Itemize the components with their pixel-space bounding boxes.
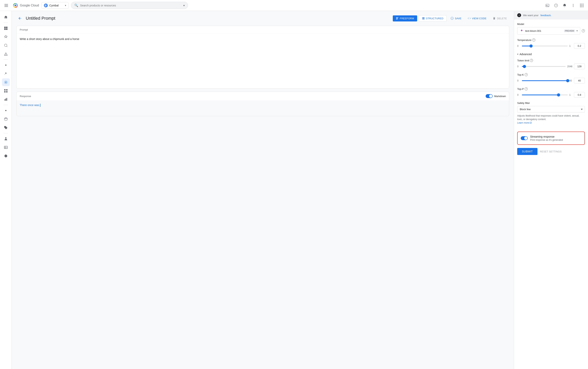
sidebar-item-settings[interactable] <box>2 152 10 160</box>
svg-rect-18 <box>4 89 5 91</box>
sidebar-item-dot1[interactable] <box>2 61 10 69</box>
sidebar-item-sparkle[interactable] <box>2 70 10 78</box>
svg-point-15 <box>4 44 7 47</box>
top-k-slider-row: 0 40 40 <box>517 78 585 83</box>
info-icon: i <box>517 13 521 17</box>
sidebar-item-home[interactable] <box>2 13 10 21</box>
temperature-help-button[interactable]: ? <box>532 38 535 41</box>
sidebar-item-person[interactable] <box>2 135 10 143</box>
response-card: Response Markdown There once was <box>16 92 509 116</box>
safety-filter-select[interactable]: Block none Block few Block some Block mo… <box>517 106 585 113</box>
sidebar-item-table[interactable] <box>2 144 10 151</box>
structured-button[interactable]: STRUCTURED <box>419 15 447 22</box>
panel-content: Model text-bison-001 PREVIEW ▾ ? Tempera… <box>514 20 588 132</box>
svg-rect-20 <box>4 91 5 92</box>
svg-rect-30 <box>396 17 399 18</box>
sidebar-item-dot2[interactable] <box>2 107 10 114</box>
svg-point-2 <box>45 4 46 5</box>
svg-rect-22 <box>4 99 5 101</box>
temperature-value[interactable]: 0.2 <box>574 43 585 49</box>
sidebar-item-tag[interactable] <box>2 124 10 132</box>
top-k-thumb[interactable] <box>566 79 569 82</box>
back-button[interactable] <box>16 15 23 22</box>
svg-rect-11 <box>4 27 6 28</box>
sidebar-item-warning[interactable] <box>2 50 10 58</box>
top-k-help-button[interactable]: ? <box>525 73 528 76</box>
streaming-toggle-row: Streaming response Print response as it'… <box>521 135 581 141</box>
advanced-chevron-icon: ▾ <box>517 53 518 56</box>
org-selector[interactable]: Cymbal ▾ <box>41 2 69 9</box>
notifications-icon-button[interactable] <box>561 1 568 9</box>
freeform-icon <box>396 17 399 20</box>
top-k-slider[interactable] <box>522 80 568 81</box>
search-side-icon <box>4 43 8 47</box>
token-limit-label: Token limit ? <box>517 59 585 62</box>
sidebar <box>0 11 12 369</box>
hamburger-menu-button[interactable] <box>2 1 10 9</box>
external-link-icon <box>529 122 532 124</box>
top-p-value[interactable]: 0.8 <box>574 92 585 98</box>
svg-rect-26 <box>4 146 7 149</box>
svg-point-25 <box>5 137 6 139</box>
top-p-slider[interactable] <box>522 94 568 95</box>
feedback-link[interactable]: feedback. <box>540 14 551 17</box>
model-help-button[interactable]: ? <box>582 29 585 32</box>
advanced-label: Advanced <box>520 53 532 56</box>
prompt-card-header: Prompt <box>17 26 509 34</box>
token-limit-value[interactable]: 128 <box>574 63 585 69</box>
streaming-toggle-switch[interactable] <box>521 136 528 140</box>
svg-rect-23 <box>5 98 6 101</box>
feedback-bar: i We want your feedback. <box>514 11 588 20</box>
svg-rect-14 <box>6 29 7 30</box>
top-p-help-button[interactable]: ? <box>525 87 528 91</box>
model-dropdown-arrow: ▾ <box>577 30 578 32</box>
sparkle-icon <box>4 72 8 76</box>
sidebar-item-ai-studio[interactable] <box>2 78 10 86</box>
model-sparkle-icon <box>520 29 524 33</box>
apps-icon-button[interactable] <box>578 1 586 9</box>
reset-settings-button[interactable]: RESET SETTINGS <box>540 150 562 153</box>
markdown-toggle-switch[interactable] <box>486 94 493 98</box>
sidebar-item-package[interactable] <box>2 115 10 123</box>
view-code-button[interactable]: VIEW CODE <box>465 15 489 21</box>
search-input[interactable] <box>80 4 181 7</box>
sidebar-item-search[interactable] <box>2 41 10 49</box>
temperature-min: 0 <box>517 45 520 47</box>
save-button[interactable]: SAVE <box>448 15 464 21</box>
logo-area: Google Cloud <box>12 2 39 8</box>
svg-rect-32 <box>396 19 398 19</box>
search-chevron-icon: ▾ <box>183 4 185 7</box>
top-k-value[interactable]: 40 <box>574 78 585 83</box>
org-dropdown-icon: ▾ <box>65 4 66 7</box>
more-options-button[interactable] <box>569 1 577 9</box>
top-p-thumb[interactable] <box>557 93 560 96</box>
model-selector[interactable]: text-bison-001 PREVIEW ▾ <box>517 27 580 34</box>
temperature-slider[interactable] <box>522 46 568 46</box>
top-k-label: Top-K ? <box>517 73 585 76</box>
advanced-toggle[interactable]: ▾ Advanced <box>517 53 585 56</box>
token-limit-slider[interactable] <box>522 66 566 67</box>
prompt-card-body[interactable]: Write a short story about a chipmunk and… <box>17 34 509 88</box>
page-title: Untitled Prompt <box>26 16 55 21</box>
view-code-icon <box>468 17 471 20</box>
token-limit-thumb[interactable] <box>523 65 526 68</box>
help-icon-button[interactable]: ? <box>552 1 560 9</box>
token-limit-min: 0 <box>517 65 520 68</box>
sidebar-item-dashboard[interactable] <box>2 24 10 32</box>
sidebar-item-grid[interactable] <box>2 87 10 95</box>
token-limit-help-button[interactable]: ? <box>530 59 533 62</box>
submit-button[interactable]: SUBMIT <box>517 148 537 155</box>
sidebar-item-models[interactable] <box>2 33 10 41</box>
dot-icon-2 <box>5 110 6 111</box>
learn-more-link[interactable]: Learn more <box>517 121 532 124</box>
delete-button[interactable]: DELETE <box>490 15 509 21</box>
image-icon-button[interactable] <box>544 1 551 9</box>
model-label: Model <box>517 23 585 26</box>
temperature-thumb[interactable] <box>529 44 533 48</box>
markdown-toggle-area: Markdown <box>486 94 506 98</box>
response-text: There once was <box>20 103 40 107</box>
svg-rect-35 <box>422 18 425 19</box>
sidebar-item-bar-chart[interactable] <box>2 95 10 103</box>
search-bar[interactable]: 🔍 ▾ <box>71 2 188 9</box>
freeform-button[interactable]: FREEFORM <box>393 15 417 21</box>
